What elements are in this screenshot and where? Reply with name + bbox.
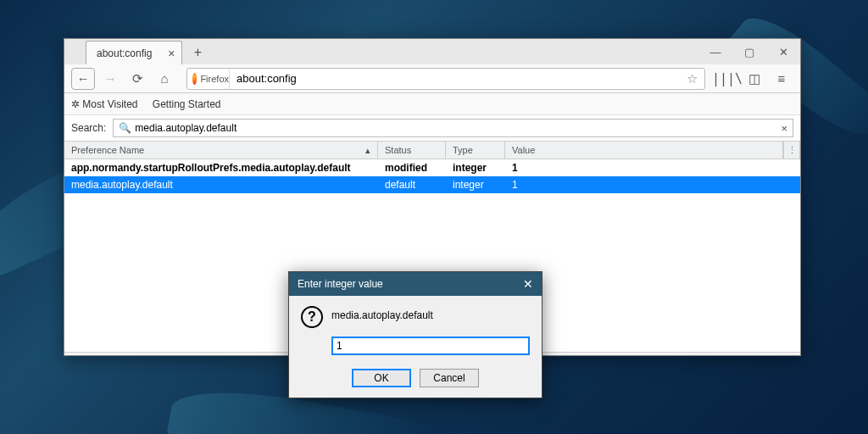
url-bar[interactable]: Firefox ☆ (186, 68, 705, 90)
column-picker-icon[interactable]: ⋮ (783, 142, 800, 159)
dialog-title: Enter integer value (298, 278, 383, 290)
identity-label: Firefox (200, 74, 229, 84)
url-input[interactable] (230, 72, 680, 85)
firefox-icon (192, 73, 197, 85)
sort-asc-icon: ▴ (365, 145, 370, 156)
close-window-button[interactable]: ✕ (766, 39, 800, 64)
dialog-pref-name: media.autoplay.default (331, 306, 433, 328)
tab-strip: about:config × + ― ▢ ✕ (64, 39, 800, 64)
dialog-titlebar: Enter integer value ✕ (289, 272, 542, 296)
cancel-button[interactable]: Cancel (420, 369, 479, 387)
table-row[interactable]: media.autoplay.default default integer 1 (64, 176, 800, 193)
search-icon: 🔍 (119, 122, 131, 134)
integer-value-input[interactable] (331, 337, 530, 355)
pref-status: default (378, 176, 446, 193)
nav-toolbar: ← → ⟳ ⌂ Firefox ☆ |||\ ◫ ≡ (64, 64, 800, 93)
home-button[interactable]: ⌂ (153, 68, 176, 90)
integer-prompt-dialog: Enter integer value ✕ ? media.autoplay.d… (288, 271, 542, 398)
close-tab-icon[interactable]: × (168, 47, 175, 60)
pref-name: app.normandy.startupRolloutPrefs.media.a… (64, 159, 378, 176)
dialog-close-icon[interactable]: ✕ (523, 277, 533, 291)
bookmarks-toolbar: ✲ Most Visited Getting Started (64, 93, 800, 115)
search-label: Search: (71, 122, 106, 134)
pref-type: integer (446, 159, 505, 176)
col-header-name[interactable]: Preference Name▴ (64, 142, 378, 159)
question-icon: ? (301, 306, 323, 328)
col-header-type[interactable]: Type (446, 142, 505, 159)
menu-icon[interactable]: ≡ (770, 68, 793, 90)
back-button[interactable]: ← (71, 68, 95, 90)
forward-button: → (98, 68, 122, 90)
tab-about-config[interactable]: about:config × (86, 41, 182, 64)
col-header-status[interactable]: Status (378, 142, 446, 159)
pref-search-bar: Search: 🔍 × (64, 115, 800, 141)
identity-box[interactable]: Firefox (187, 69, 230, 89)
ok-button[interactable]: OK (352, 369, 411, 387)
bookmark-star-icon[interactable]: ☆ (680, 71, 704, 86)
clear-search-icon[interactable]: × (781, 122, 787, 135)
minimize-button[interactable]: ― (698, 39, 732, 64)
reload-button[interactable]: ⟳ (125, 68, 149, 90)
gear-icon: ✲ (71, 98, 80, 110)
pref-value: 1 (505, 176, 800, 193)
pref-table-header: Preference Name▴ Status Type Value ⋮ (64, 141, 800, 159)
bookmark-getting-started[interactable]: Getting Started (149, 98, 220, 110)
col-header-value[interactable]: Value (505, 142, 783, 159)
bookmark-most-visited[interactable]: ✲ Most Visited (71, 98, 137, 110)
search-box[interactable]: 🔍 × (113, 119, 793, 137)
sidebar-icon[interactable]: ◫ (743, 68, 766, 90)
new-tab-button[interactable]: + (186, 41, 209, 64)
pref-value: 1 (505, 159, 800, 176)
library-icon[interactable]: |||\ (715, 68, 739, 90)
pref-name: media.autoplay.default (64, 176, 378, 193)
pref-type: integer (446, 176, 505, 193)
pref-status: modified (378, 159, 446, 176)
tab-title: about:config (97, 47, 152, 59)
maximize-button[interactable]: ▢ (732, 39, 766, 64)
table-row[interactable]: app.normandy.startupRolloutPrefs.media.a… (64, 159, 800, 176)
search-input[interactable] (135, 122, 781, 134)
